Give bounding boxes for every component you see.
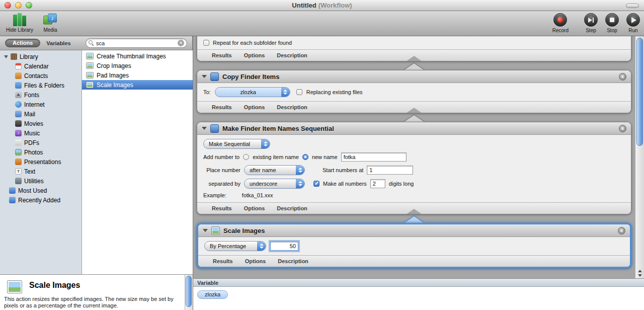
- sidebar-item-pdfs[interactable]: PDFs: [0, 138, 82, 147]
- sidebar-item-calendar[interactable]: Calendar: [0, 61, 82, 71]
- action-result-create-thumbnail-images[interactable]: Create Thumbnail Images: [82, 51, 193, 61]
- sidebar-item-presentations[interactable]: Presentations: [0, 157, 82, 167]
- new-name-radio[interactable]: [302, 154, 308, 160]
- make-sequential-popup[interactable]: Make Sequential: [203, 139, 270, 149]
- sidebar-item-mail[interactable]: Mail: [0, 109, 82, 119]
- options-link[interactable]: Options: [244, 205, 265, 211]
- description-link[interactable]: Description: [278, 258, 308, 264]
- remove-action-button[interactable]: ×: [619, 73, 626, 81]
- music-icon: ♪: [15, 130, 22, 136]
- popup-arrows-icon: [296, 166, 304, 175]
- block-connector: [193, 113, 635, 122]
- popup-arrows-icon: [281, 88, 290, 97]
- library-sidebar: Library Calendar Contacts Files & Folder…: [0, 50, 82, 274]
- description-link[interactable]: Description: [277, 52, 307, 58]
- disclosure-triangle-icon[interactable]: [202, 127, 207, 130]
- sidebar-item-photos[interactable]: Photos: [0, 147, 82, 157]
- results-link[interactable]: Results: [212, 205, 232, 211]
- options-link[interactable]: Options: [245, 258, 266, 264]
- variable-panel: Variable zlozka: [193, 278, 644, 310]
- contacts-icon: [15, 72, 22, 79]
- utilities-icon: [15, 178, 22, 184]
- scrollbar-arrows: [635, 270, 644, 277]
- remove-action-button[interactable]: ×: [618, 227, 625, 235]
- workflow-scrollbar[interactable]: [635, 36, 644, 278]
- sidebar-item-fonts[interactable]: AFonts: [0, 90, 82, 100]
- sidebar-item-movies[interactable]: Movies: [0, 119, 82, 128]
- record-button[interactable]: Record: [552, 13, 569, 33]
- action-block-partial: Repeat for each subfolder found Results …: [197, 36, 631, 61]
- scale-images-options: By Percentage: [198, 237, 630, 255]
- disclosure-triangle-icon[interactable]: [202, 75, 207, 78]
- tab-actions[interactable]: Actions: [5, 39, 40, 47]
- sequential-options: Make Sequential Add number to existing i…: [197, 135, 631, 202]
- sidebar-item-library[interactable]: Library: [0, 52, 82, 61]
- repeat-subfolder-checkbox[interactable]: [203, 40, 209, 46]
- pdf-icon: [15, 139, 22, 146]
- tab-variables[interactable]: Variables: [46, 40, 70, 46]
- description-link[interactable]: Description: [277, 205, 307, 211]
- results-link[interactable]: Results: [212, 104, 232, 110]
- sidebar-item-internet[interactable]: Internet: [0, 100, 82, 109]
- search-input[interactable]: [96, 40, 176, 46]
- new-name-input[interactable]: [341, 152, 407, 162]
- options-link[interactable]: Options: [244, 52, 265, 58]
- scale-images-icon: [211, 226, 220, 235]
- clear-search-icon[interactable]: ×: [178, 40, 184, 46]
- disclosure-triangle-icon[interactable]: [203, 229, 208, 232]
- fonts-icon: A: [15, 92, 22, 98]
- disclosure-triangle-icon[interactable]: [4, 55, 8, 58]
- scrollbar-thumb[interactable]: [186, 276, 192, 307]
- photos-icon: [15, 149, 22, 156]
- action-block-scale-images: Scale Images × By Percentage Results Opt…: [197, 223, 631, 268]
- example-filename: fotka_01.xxx: [242, 192, 273, 198]
- sidebar-item-recently-added[interactable]: Recently Added: [0, 195, 82, 205]
- sidebar-item-utilities[interactable]: Utilities: [0, 176, 82, 186]
- run-button[interactable]: Run: [626, 13, 640, 33]
- media-icon: ♪: [42, 13, 58, 26]
- to-destination-popup[interactable]: zlozka: [215, 87, 290, 97]
- hide-library-button[interactable]: Hide Library: [6, 13, 33, 33]
- sidebar-item-contacts[interactable]: Contacts: [0, 71, 82, 81]
- action-result-crop-images[interactable]: Crop Images: [82, 61, 193, 70]
- scale-percentage-input[interactable]: [270, 242, 298, 251]
- variable-pill-zlozka[interactable]: zlozka: [197, 290, 228, 299]
- scrollbar-thumb[interactable]: [636, 38, 643, 146]
- sidebar-item-most-used[interactable]: Most Used: [0, 186, 82, 195]
- window-title-main: Untitled: [292, 2, 316, 9]
- remove-action-button[interactable]: ×: [619, 125, 626, 132]
- media-button[interactable]: ♪ Media: [42, 13, 58, 33]
- title-bar: Untitled(Workflow): [0, 0, 644, 11]
- library-tab-bar: Actions Variables ×: [0, 36, 193, 50]
- toolbar-toggle-button[interactable]: [626, 4, 639, 8]
- action-result-pad-images[interactable]: Pad Images: [82, 70, 193, 80]
- separated-by-popup[interactable]: underscore: [244, 179, 305, 189]
- connector-notch: [406, 108, 422, 113]
- finder-action-icon: [210, 72, 219, 81]
- scale-mode-popup[interactable]: By Percentage: [204, 241, 266, 251]
- automator-window: Untitled(Workflow) Hide Library ♪ Media …: [0, 0, 644, 310]
- scroll-down-icon[interactable]: [638, 274, 642, 277]
- replacing-existing-files-checkbox[interactable]: [296, 89, 302, 95]
- sidebar-item-text[interactable]: TText: [0, 167, 82, 176]
- results-link[interactable]: Results: [213, 258, 233, 264]
- actions-list: Create Thumbnail Images Crop Images Pad …: [82, 50, 193, 274]
- stop-button[interactable]: Stop: [605, 13, 619, 33]
- description-link[interactable]: Description: [277, 104, 307, 110]
- scroll-up-icon[interactable]: [638, 270, 642, 272]
- make-all-numbers-checkbox[interactable]: [313, 181, 319, 187]
- search-field[interactable]: ×: [86, 38, 187, 48]
- options-link[interactable]: Options: [244, 104, 265, 110]
- digits-long-input[interactable]: [370, 179, 385, 188]
- sidebar-item-files-folders[interactable]: Files & Folders: [0, 81, 82, 90]
- step-button[interactable]: Step: [584, 13, 598, 33]
- action-result-scale-images[interactable]: Scale Images: [82, 80, 193, 90]
- search-icon: [89, 40, 94, 46]
- sidebar-item-music[interactable]: ♪Music: [0, 128, 82, 138]
- description-scrollbar[interactable]: [185, 275, 193, 310]
- start-numbers-input[interactable]: [367, 166, 413, 175]
- existing-item-name-radio[interactable]: [243, 154, 249, 160]
- place-number-popup[interactable]: after name: [244, 165, 305, 175]
- folder-icon: [15, 82, 22, 89]
- results-link[interactable]: Results: [212, 52, 232, 58]
